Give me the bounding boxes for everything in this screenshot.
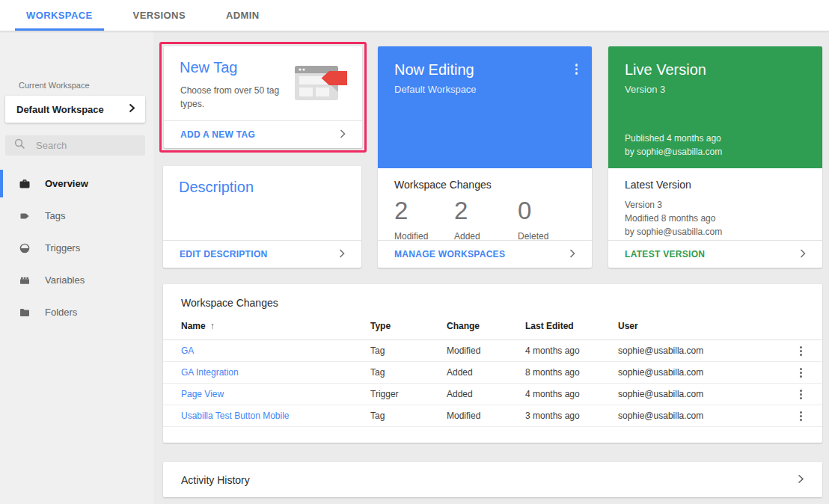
row-name-link[interactable]: GA Integration [181,367,370,378]
workspace-selector[interactable]: Default Workspace [5,96,145,123]
description-card: Description EDIT DESCRIPTION [163,166,361,268]
stat-deleted-value: 0 [518,197,548,225]
chevron-right-icon [129,102,135,116]
sidebar-item-variables-label: Variables [45,274,85,286]
edit-description-footer[interactable]: EDIT DESCRIPTION [163,240,361,268]
latest-version-footer[interactable]: LATEST VERSION [608,240,822,268]
gtm-workspace-screen: WORKSPACE VERSIONS ADMIN Current Workspa… [0,0,829,504]
chevron-right-icon [800,248,806,261]
tab-admin-label: ADMIN [226,10,260,21]
workspace-changes-heading: Workspace Changes [394,179,492,191]
top-navigation: WORKSPACE VERSIONS ADMIN [0,0,829,31]
search-input[interactable] [36,140,168,151]
sidebar-item-triggers[interactable]: Triggers [0,232,153,264]
now-editing-title: Now Editing [394,61,575,79]
new-tag-card: New Tag Choose from over 50 tag types. A… [164,46,362,148]
column-header-name-label: Name [181,321,206,331]
row-user: sophie@usabilla.com [618,345,791,356]
row-type: Trigger [370,389,447,399]
latest-version-info: Version 3 Modified 8 months ago by sophi… [625,198,722,239]
folder-icon [19,307,31,319]
table-row: Page View Trigger Added 4 months ago sop… [163,384,822,405]
tag-icon [19,210,31,222]
row-more-options-icon[interactable] [798,366,804,380]
live-version-subtitle: Version 3 [625,84,806,95]
live-version-card: Live Version Version 3 Published 4 month… [608,46,822,268]
edit-description-button[interactable]: EDIT DESCRIPTION [180,249,267,259]
row-user: sophie@usabilla.com [618,389,791,399]
activity-history-label: Activity History [181,474,250,486]
add-new-tag-button[interactable]: ADD A NEW TAG [180,129,255,140]
sidebar-item-overview[interactable]: Overview [0,168,153,200]
tab-workspace-label: WORKSPACE [26,10,93,21]
now-editing-header: Now Editing Default Workspace [378,46,592,168]
stat-modified-value: 2 [394,197,454,225]
column-header-user[interactable]: User [618,321,791,331]
table-row: GA Tag Modified 4 months ago sophie@usab… [163,340,822,362]
workspace-changes-stats: 2 Modified 2 Added 0 Deleted [394,197,548,242]
column-header-change[interactable]: Change [447,321,525,331]
overview-icon [19,178,31,190]
column-header-name[interactable]: Name↑ [181,321,370,331]
sidebar-item-tags-label: Tags [45,210,65,221]
tab-admin[interactable]: ADMIN [206,0,280,31]
new-tag-description: Choose from over 50 tag types. [180,84,293,111]
variable-icon [19,274,31,286]
add-new-tag-footer[interactable]: ADD A NEW TAG [164,120,362,148]
row-last-edited: 8 months ago [525,367,618,378]
activity-history-card[interactable]: Activity History [163,462,822,497]
row-more-options-icon[interactable] [798,409,804,423]
row-last-edited: 3 months ago [525,411,618,421]
workspace-changes-table-card: Workspace Changes Name↑ Type Change Last… [163,284,822,443]
current-workspace-label: Current Workspace [19,81,90,90]
sidebar-item-variables[interactable]: Variables [0,264,153,296]
latest-version-modified: Modified 8 months ago [625,212,722,225]
sidebar-item-overview-label: Overview [45,178,88,189]
row-change: Added [447,389,525,399]
new-tag-title: New Tag [180,59,237,76]
column-header-last-edited[interactable]: Last Edited [525,321,618,331]
row-name-link[interactable]: Page View [181,389,370,399]
published-by: by sophie@usabilla.com [625,145,722,159]
row-more-options-icon[interactable] [798,387,804,402]
trigger-icon [19,242,31,254]
description-title: Description [179,179,254,196]
stat-added-value: 2 [454,197,518,225]
stat-added: 2 Added [454,197,518,242]
row-type: Tag [370,411,447,421]
row-user: sophie@usabilla.com [618,367,791,378]
manage-workspaces-footer[interactable]: MANAGE WORKSPACES [378,240,592,268]
published-line: Published 4 months ago [625,132,722,145]
row-name-link[interactable]: GA [181,345,370,356]
more-options-icon[interactable] [573,61,581,77]
search-icon [14,138,25,153]
chevron-right-icon [339,248,345,261]
row-name-link[interactable]: Usabilla Test Button Mobile [181,411,370,421]
live-version-header: Live Version Version 3 Published 4 month… [608,46,822,168]
chevron-right-icon [798,474,804,486]
stat-deleted: 0 Deleted [518,197,548,242]
stat-modified: 2 Modified [394,197,454,242]
latest-version-by: by sophie@usabilla.com [625,225,722,239]
now-editing-subtitle: Default Workspace [394,84,575,95]
sidebar-item-tags[interactable]: Tags [0,200,153,232]
row-type: Tag [370,345,447,356]
table-title: Workspace Changes [163,284,822,309]
row-more-options-icon[interactable] [798,344,804,358]
row-last-edited: 4 months ago [525,345,618,356]
row-change: Modified [447,411,525,421]
chevron-right-icon [569,248,575,261]
now-editing-card: Now Editing Default Workspace Workspace … [378,46,592,268]
search-box[interactable] [5,135,145,156]
sidebar-item-folders[interactable]: Folders [0,296,153,328]
column-header-type[interactable]: Type [370,321,447,331]
table-row: GA Integration Tag Added 8 months ago so… [163,362,822,384]
latest-version-number: Version 3 [625,198,722,212]
sort-ascending-icon: ↑ [210,321,215,331]
latest-version-button[interactable]: LATEST VERSION [625,249,705,259]
tab-versions[interactable]: VERSIONS [113,0,206,31]
manage-workspaces-button[interactable]: MANAGE WORKSPACES [394,249,505,259]
sidebar-item-folders-label: Folders [45,307,77,318]
tab-workspace[interactable]: WORKSPACE [6,0,113,31]
row-user: sophie@usabilla.com [618,411,791,421]
